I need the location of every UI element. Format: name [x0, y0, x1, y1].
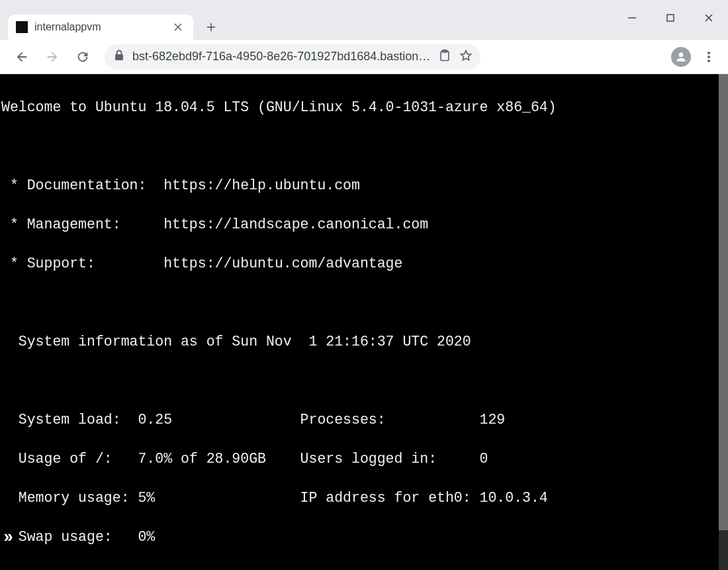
close-window-button[interactable]: [690, 7, 728, 29]
browser-toolbar: bst-682ebd9f-716a-4950-8e26-701927bd1684…: [0, 40, 728, 74]
terminal-line: * Documentation: https://help.ubuntu.com: [1, 176, 728, 196]
install-app-icon[interactable]: [438, 49, 451, 65]
terminal-line: Usage of /: 7.0% of 28.90GB Users logged…: [1, 450, 728, 469]
bookmark-star-icon[interactable]: [459, 49, 473, 65]
reload-button[interactable]: [70, 44, 95, 70]
terminal-line: Memory usage: 5% IP address for eth0: 10…: [1, 489, 728, 508]
terminal-line: [1, 137, 728, 157]
terminal-line: Welcome to Ubuntu 18.04.5 LTS (GNU/Linux…: [1, 98, 728, 118]
address-bar[interactable]: bst-682ebd9f-716a-4950-8e26-701927bd1684…: [105, 44, 480, 70]
terminal-line: [1, 293, 728, 313]
url-text: bst-682ebd9f-716a-4950-8e26-701927bd1684…: [132, 50, 430, 64]
tab-title: internalappvm: [34, 21, 165, 33]
minimize-button[interactable]: [613, 7, 651, 29]
tab-favicon-icon: [16, 21, 28, 33]
terminal-line: * Management: https://landscape.canonica…: [1, 215, 728, 235]
svg-point-11: [679, 52, 684, 57]
svg-point-14: [707, 60, 710, 62]
svg-point-12: [707, 52, 710, 54]
terminal-scrollbar[interactable]: [719, 74, 728, 570]
profile-avatar-button[interactable]: [671, 47, 691, 67]
browser-menu-button[interactable]: [696, 44, 721, 70]
terminal-line: System load: 0.25 Processes: 129: [1, 410, 728, 430]
window-controls: [613, 7, 728, 29]
terminal-line: * Support: https://ubuntu.com/advantage: [1, 254, 728, 274]
svg-point-13: [707, 56, 710, 58]
svg-rect-8: [115, 54, 123, 60]
terminal-line: [1, 567, 728, 571]
browser-tab-active[interactable]: internalappvm: [8, 15, 193, 40]
terminal-line: System information as of Sun Nov 1 21:16…: [1, 332, 728, 352]
scrollbar-thumb[interactable]: [719, 74, 728, 530]
expand-chevrons-icon[interactable]: ››: [1, 532, 9, 544]
back-button[interactable]: [9, 44, 34, 70]
terminal-line: [1, 371, 728, 391]
close-tab-button[interactable]: [172, 21, 184, 33]
terminal-line: Swap usage: 0%: [1, 528, 728, 547]
lock-icon: [114, 50, 124, 64]
maximize-button[interactable]: [651, 7, 690, 29]
forward-button[interactable]: [40, 44, 65, 70]
svg-rect-1: [667, 15, 674, 21]
new-tab-button[interactable]: [200, 16, 222, 38]
terminal-area[interactable]: Welcome to Ubuntu 18.04.5 LTS (GNU/Linux…: [0, 74, 728, 570]
